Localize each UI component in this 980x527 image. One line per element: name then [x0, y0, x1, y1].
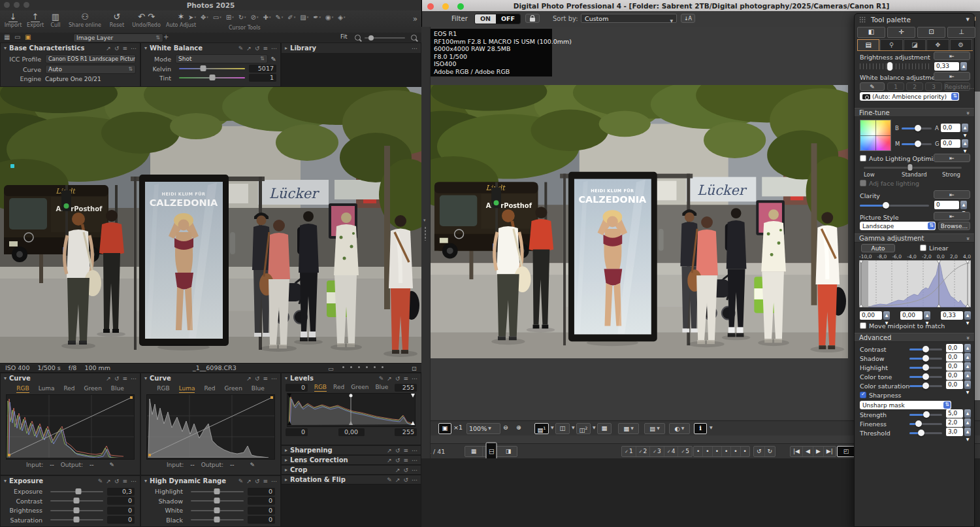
curve-graph[interactable] [146, 394, 275, 460]
highlight-value[interactable]: 0 [248, 488, 275, 496]
wb-register-button[interactable]: Register... [944, 82, 970, 91]
levels-max-top[interactable]: 255 [395, 384, 417, 392]
before-after-button[interactable]: ◐▼ [669, 423, 690, 434]
gamma-highlight-value[interactable]: 0,33 [941, 311, 963, 320]
shadow-slider[interactable] [191, 500, 244, 502]
reset-button[interactable]: ↺ Reset [106, 12, 128, 28]
add-layer-button[interactable]: + [163, 33, 169, 41]
tool-palette-header[interactable]: Tool palette ▼ [855, 14, 974, 26]
curve-select[interactable]: Auto [45, 65, 136, 74]
single-view-icon[interactable]: ▭ [14, 33, 20, 41]
brightness-reset-button[interactable]: ⇤ [934, 52, 970, 60]
color-tone-value[interactable]: 0,0 [946, 371, 963, 380]
levels-histogram[interactable] [287, 393, 416, 427]
grip-icon[interactable] [859, 16, 866, 23]
kelvin-value[interactable]: 5017 [249, 65, 276, 73]
color-saturation-value[interactable]: 0,0 [946, 381, 963, 389]
wb-preset-1[interactable]: 1 [887, 82, 904, 91]
green-stepper[interactable]: ▲▼ [962, 139, 968, 148]
highlight-value[interactable]: 0,0 [946, 362, 963, 371]
amber-stepper[interactable]: ▲▼ [962, 124, 968, 132]
gamma-shadow-value[interactable]: 0,00 [860, 311, 882, 320]
panel-header[interactable]: ▸ Library ⋯ [282, 43, 421, 53]
grid-icon[interactable]: ⊡ [412, 365, 417, 372]
levels-min-top[interactable]: 0 [286, 384, 308, 392]
single-image-view-button[interactable]: ▤1 [534, 423, 549, 434]
panel-header[interactable]: ▾ Levels ✎↗↺≡⋯ [282, 373, 421, 383]
export-button[interactable]: ↑ Export [25, 12, 46, 28]
checkmark-buttons[interactable]: 12345 [621, 446, 693, 457]
multi-view-icon[interactable]: ▦ [4, 33, 10, 41]
magenta-green-slider[interactable] [902, 143, 932, 145]
rotate-buttons[interactable]: ↺↻ [753, 446, 776, 457]
thumbnail-grid-button[interactable]: ▦▼ [618, 423, 639, 434]
zoom-out-icon[interactable] [355, 35, 361, 42]
curve-eyedropper-icon[interactable]: ✎ [250, 462, 255, 468]
gamma-mid-value[interactable]: 0,00 [900, 311, 923, 320]
fine-tune-header[interactable]: Fine-tune» [855, 108, 974, 117]
linear-checkbox[interactable] [920, 245, 926, 251]
levels-shadow-value[interactable]: 0 [286, 428, 308, 436]
filmstrip-dots[interactable] [342, 366, 384, 368]
filter-toggle[interactable]: ON OFF [474, 14, 521, 24]
amber-value[interactable]: 0,0 [941, 124, 960, 132]
levels-tabs[interactable]: RGBRed GreenBlue [308, 384, 395, 392]
layer-select[interactable]: Image Layer [73, 33, 163, 42]
cursor-tools[interactable]: ➤✥▭⊞↻⊘✚✎✐▨✒◉◈ [188, 14, 346, 21]
curve-eyedropper-icon[interactable]: ✎ [110, 462, 115, 468]
crop-panel-header[interactable]: ▸Crop ↗↺⋯ [281, 465, 421, 475]
c1-titlebar[interactable]: Photos 2025 [0, 0, 421, 11]
black-value[interactable]: 0 [248, 516, 275, 524]
c1-image-viewer[interactable] [0, 87, 421, 363]
brightness-slider[interactable] [860, 63, 929, 69]
lens-correction-panel-header[interactable]: ▸Lens Correction ↗↺≡⋯ [281, 455, 421, 465]
contrast-slider[interactable] [909, 348, 942, 350]
wb-eyedropper-button[interactable]: ✎ [860, 82, 885, 91]
cull-button[interactable]: ▥ Cull [47, 12, 64, 28]
rotation-flip-panel-header[interactable]: ▸Rotation & Flip ✎↗↺⋯ [281, 475, 421, 484]
picture-style-reset-button[interactable]: ⇤ [934, 212, 970, 220]
panel-header[interactable]: ▾ Curve ↗↺≡⋯ [141, 373, 280, 383]
curve-tabs[interactable]: RGBLuma RedGreen Blue [141, 385, 280, 393]
undo-redo-button[interactable]: ↶ ↷ Undo/Redo [129, 12, 163, 28]
layout-buttons[interactable]: ▦ ◫ ◨ [465, 446, 517, 457]
blue-amber-slider[interactable] [902, 128, 932, 129]
midpoint-checkbox[interactable] [860, 322, 866, 329]
shadow-value[interactable]: 0,0 [946, 353, 963, 362]
multi-view-button[interactable]: ▦ [597, 423, 612, 434]
levels-mid-value[interactable]: 0,00 [338, 428, 365, 436]
curve-graph[interactable] [6, 394, 135, 460]
wb-eyedropper-icon[interactable]: ✎ [271, 56, 276, 63]
sort-select[interactable]: Custom [581, 14, 677, 23]
panel-header[interactable]: ▾ Base Characteristics ↗↺≡⋯ [1, 43, 140, 53]
search-icon[interactable] [411, 35, 417, 42]
saturation-slider[interactable] [50, 519, 103, 520]
sharpness-mode-select[interactable]: Unsharp mask⇅ [860, 401, 951, 409]
palette-tabs[interactable]: ▤ ⚲ ◪ ❖ ⚙ [857, 39, 973, 51]
sort-order-button[interactable]: ↓A [681, 14, 695, 23]
zoom-out-button[interactable]: ⊖ [503, 423, 508, 433]
brightness-slider[interactable] [50, 510, 103, 511]
filmstrip-button[interactable]: ▤▼ [644, 423, 665, 434]
gamma-histogram[interactable] [859, 260, 971, 309]
contrast-value[interactable]: 0 [107, 497, 135, 505]
filmstrip-icon[interactable]: ▭ [328, 365, 334, 372]
clarity-stepper[interactable]: ▲▼ [960, 201, 967, 209]
green-value[interactable]: 0,0 [941, 139, 960, 148]
share-online-button[interactable]: ⚇ Share online [67, 12, 103, 28]
color-saturation-slider[interactable] [909, 385, 942, 387]
strength-slider[interactable] [909, 414, 942, 416]
fineness-slider[interactable] [909, 423, 942, 425]
zoom-level-select[interactable]: 100%▼ [466, 423, 500, 434]
alo-reset-button[interactable]: ⇤ [934, 154, 970, 162]
fine-tune-color-grid[interactable] [860, 120, 891, 151]
zoom-slider[interactable] [365, 37, 405, 39]
window-edge-strip[interactable]: ▾ [421, 27, 431, 458]
black-slider[interactable] [191, 519, 244, 520]
panel-header[interactable]: ▾ High Dynamic Range ✎↗↺≡⋯ [141, 476, 280, 486]
panel-header[interactable]: ▾ White Balance ✎↗↺≡⋯ [141, 43, 280, 53]
palette-mode-buttons[interactable]: ◧ ✛ ⊡ ⊥ [857, 27, 975, 38]
shadow-slider[interactable] [909, 358, 942, 360]
highlight-slider[interactable] [909, 367, 942, 369]
proof-view-icon[interactable]: ▣ [25, 33, 31, 41]
